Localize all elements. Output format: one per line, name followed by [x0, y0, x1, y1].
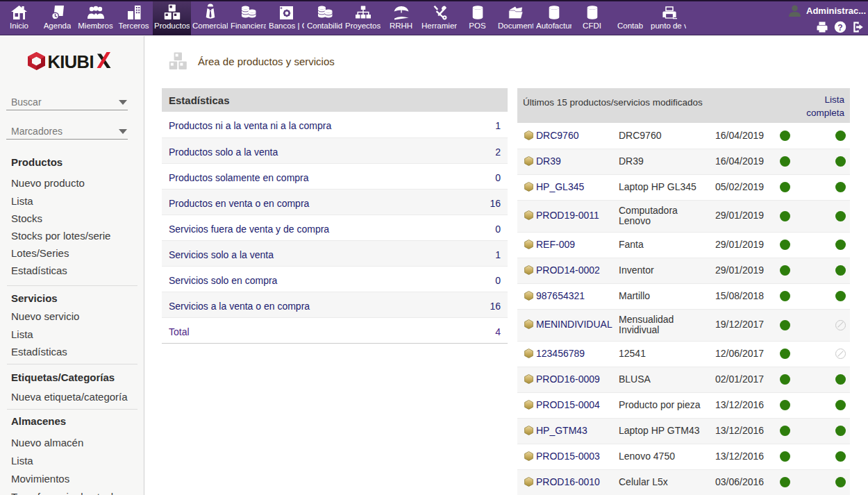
svg-text:KIUBI: KIUBI [48, 52, 94, 71]
svg-text:?: ? [837, 23, 842, 33]
